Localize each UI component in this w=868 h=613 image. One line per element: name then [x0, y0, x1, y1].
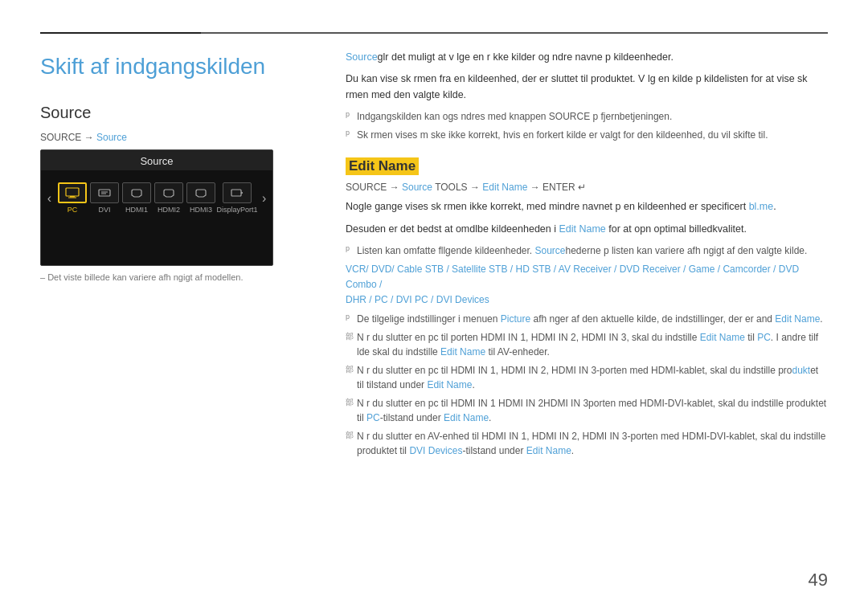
device-list: VCR/ DVD/ Cable STB / Satellite STB / HD…	[346, 262, 828, 309]
edit-name-link8: Edit Name	[444, 412, 489, 423]
source-icon-dp1[interactable]: DisplayPort1	[219, 182, 256, 214]
edit-name-link6: dukt	[792, 365, 811, 376]
dvd-rec-link: DVD Receiver	[620, 264, 681, 275]
pc-label: PC	[68, 206, 78, 214]
cable-stb-link: Cable STB	[397, 264, 444, 275]
svg-rect-2	[68, 198, 76, 198]
note-hdmi-pc: N r du slutter en pc til porten HDMI IN …	[346, 330, 828, 359]
edit-name-link4: Edit Name	[700, 332, 745, 343]
section-heading-source: Source	[40, 104, 313, 122]
source-icon-dvi[interactable]: DVI	[90, 182, 119, 214]
note-av-dvi: N r du slutter en AV-enhed til HDMI IN 1…	[346, 429, 828, 458]
edit-note1: Nogle gange vises sk rmen ikke korrekt, …	[346, 199, 828, 215]
dvi-pc-link: DVI PC	[396, 294, 428, 305]
breadcrumb: SOURCE → Source	[40, 132, 313, 143]
sat-stb-link: Satellite STB	[452, 264, 507, 275]
left-column: Skift af indgangskilden Source SOURCE → …	[40, 50, 313, 581]
game-link: Game	[689, 264, 715, 275]
source-screen-mockup: Source ‹ PC	[40, 149, 273, 266]
pc-link2: PC	[757, 332, 771, 343]
svg-rect-1	[70, 196, 75, 198]
page-title: Skift af indgangskilden	[40, 54, 313, 80]
bullet-list-intro: Listen kan omfatte fllgende kildeenheder…	[346, 243, 828, 258]
source-icons-row: ‹ PC	[41, 170, 272, 218]
dvi-devices-link: DVI Devices	[436, 294, 489, 305]
dp1-label: DisplayPort1	[216, 206, 257, 214]
pc-link: PC	[375, 294, 388, 305]
camcorder-link: Camcorder	[723, 264, 770, 275]
note-hdmi-cable: N r du slutter en pc til HDMI IN 1, HDMI…	[346, 363, 828, 392]
dvi-label: DVI	[98, 206, 110, 214]
edit-note2: Desuden er det bedst at omdlbe kildeenhe…	[346, 222, 828, 237]
source-icon-hdmi3[interactable]: HDMI3	[186, 182, 215, 214]
hd-stb-link: HD STB	[515, 264, 551, 275]
note-hdmi-dvi: N r du slutter en pc til HDMI IN 1 HDMI …	[346, 396, 828, 425]
av-rec-link: AV Receiver	[559, 264, 612, 275]
hdmi1-label: HDMI1	[125, 206, 148, 214]
dvd-link: DVD	[371, 264, 391, 275]
svg-rect-6	[231, 190, 241, 196]
edit-name-link3: Edit Name	[775, 313, 820, 325]
content-area: Skift af indgangskilden Source SOURCE → …	[40, 50, 828, 581]
left-arrow-icon[interactable]: ‹	[44, 191, 55, 206]
edit-name-link5: Edit Name	[440, 346, 485, 358]
picture-link: Picture	[501, 313, 530, 325]
edit-name-cmd: SOURCE → Source TOOLS → Edit Name → ENTE…	[346, 182, 828, 193]
top-rule	[40, 32, 828, 34]
edit-name-cmd-link: Edit Name	[482, 182, 527, 193]
svg-rect-0	[66, 188, 79, 196]
breadcrumb-link[interactable]: Source	[96, 132, 127, 143]
screen-note: – Det viste billede kan variere afh ngig…	[40, 272, 313, 282]
edit-name-link1: bl.me	[749, 201, 774, 212]
right-column: Sourceglr det muligt at v lge en r kke k…	[346, 50, 828, 581]
source-cmd-link: Source	[402, 182, 432, 193]
screen-title: Source	[41, 150, 272, 170]
pc-link3: PC	[366, 412, 380, 423]
hdmi2-label: HDMI2	[158, 206, 180, 214]
source-icon-pc[interactable]: PC	[58, 182, 87, 214]
bullet-picture: De tilgelige indstillinger i menuen Pict…	[346, 312, 828, 326]
page-number: 49	[809, 570, 828, 591]
source-icon-hdmi2[interactable]: HDMI2	[154, 182, 183, 214]
bullet-remote: Indgangskilden kan ogs ndres med knappen…	[346, 109, 828, 124]
edit-name-link7: Edit Name	[427, 379, 472, 390]
edit-name-link9: Edit Name	[526, 445, 571, 456]
edit-name-link2: Edit Name	[559, 223, 605, 235]
source-link-intro: Source	[346, 51, 378, 63]
hdmi3-label: HDMI3	[190, 206, 212, 214]
vcr-link: VCR	[346, 264, 366, 275]
right-arrow-icon[interactable]: ›	[259, 191, 269, 206]
source-icon-hdmi1[interactable]: HDMI1	[122, 182, 151, 214]
edit-name-heading: Edit Name	[346, 157, 419, 175]
page-container: Skift af indgangskilden Source SOURCE → …	[0, 0, 868, 613]
dhr-link: DHR	[346, 294, 366, 305]
intro-text-1: Sourceglr det muligt at v lge en r kke k…	[346, 50, 828, 65]
intro-text-2: Du kan vise sk rmen fra en kildeenhed, d…	[346, 72, 828, 103]
source-link-list: Source	[534, 245, 565, 256]
svg-rect-3	[99, 190, 110, 196]
dvi-devices-link2: DVI Devices	[409, 445, 462, 456]
bullet-incorrect: Sk rmen vises m ske ikke korrekt, hvis e…	[346, 128, 828, 142]
